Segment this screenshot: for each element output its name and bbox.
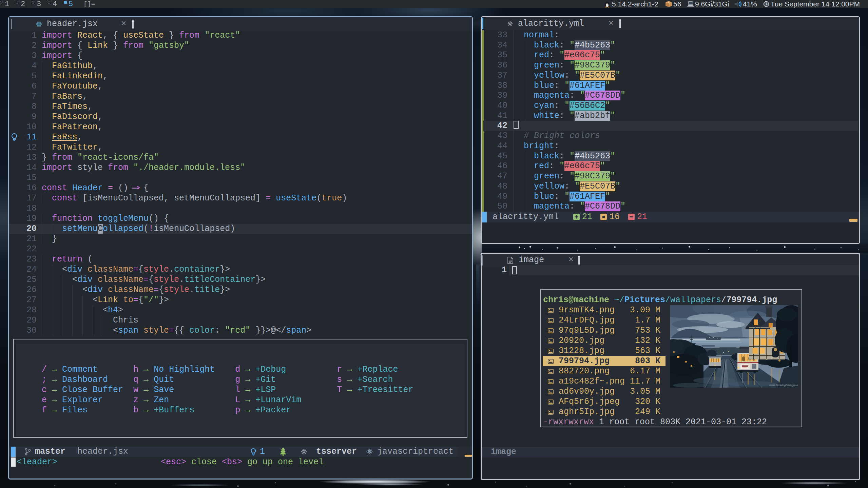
svg-text:www.DesktopBackground.org: www.DesktopBackground.org (769, 384, 798, 387)
